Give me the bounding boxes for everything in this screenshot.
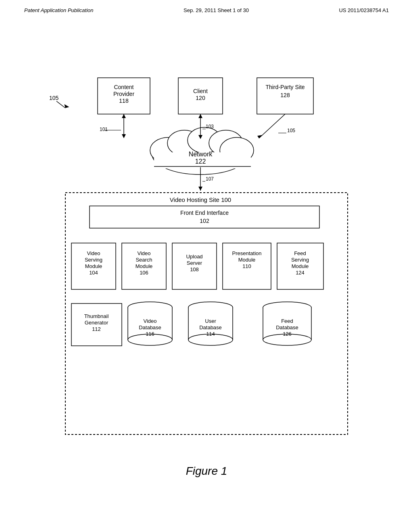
svg-text:Provider: Provider <box>113 91 134 97</box>
svg-marker-21 <box>198 114 202 118</box>
network-label: Network <box>189 151 213 158</box>
header-patent-number: US 2011/0238754 A1 <box>339 7 389 13</box>
feed-db-label: Feed <box>281 318 293 324</box>
svg-text:Database: Database <box>199 324 222 330</box>
svg-text:Server: Server <box>187 260 202 266</box>
svg-marker-28 <box>198 187 202 191</box>
label-105-top: 105 <box>49 95 59 101</box>
third-party-label: Third-Party Site <box>265 84 305 90</box>
page-header: Patent Application Publication Sep. 29, … <box>0 0 413 17</box>
svg-text:104: 104 <box>89 270 98 276</box>
figure-caption: Figure 1 <box>0 465 413 478</box>
svg-marker-18 <box>122 134 126 138</box>
header-date-sheet: Sep. 29, 2011 Sheet 1 of 30 <box>184 7 249 13</box>
svg-text:120: 120 <box>196 95 205 101</box>
content-provider-label: Content <box>114 84 133 90</box>
svg-text:110: 110 <box>242 263 251 269</box>
svg-text:116: 116 <box>146 331 154 337</box>
svg-text:Module: Module <box>136 263 153 269</box>
svg-text:108: 108 <box>190 266 199 272</box>
svg-line-24 <box>259 114 285 138</box>
user-db-label: User <box>205 318 216 324</box>
svg-text:Database: Database <box>276 324 298 330</box>
svg-text:128: 128 <box>280 92 290 98</box>
svg-text:112: 112 <box>92 326 101 332</box>
svg-text:Module: Module <box>238 257 256 263</box>
svg-text:126: 126 <box>283 331 292 337</box>
svg-marker-17 <box>122 114 126 118</box>
label-105b: 105 <box>287 128 295 133</box>
client-label: Client <box>193 88 208 94</box>
svg-text:Generator: Generator <box>85 320 108 326</box>
svg-text:Search: Search <box>136 257 152 263</box>
diagram-area: 105 Content Provider 118 Client 120 Thir… <box>0 17 413 461</box>
presentation-label: Presentation <box>232 250 262 256</box>
patent-diagram: 105 Content Provider 118 Client 120 Thir… <box>25 29 388 453</box>
vhs-label: Video Hosting Site 100 <box>170 196 231 203</box>
video-db-label: Video <box>143 318 156 324</box>
svg-text:118: 118 <box>119 98 129 104</box>
svg-text:124: 124 <box>296 270 305 276</box>
feed-serving-label: Feed <box>294 250 306 256</box>
svg-text:122: 122 <box>195 158 206 165</box>
svg-text:Module: Module <box>85 263 102 269</box>
svg-text:Database: Database <box>139 324 161 330</box>
upload-server-label: Upload <box>186 254 202 260</box>
svg-text:Serving: Serving <box>85 257 102 263</box>
svg-text:Serving: Serving <box>291 257 309 263</box>
label-107: 107 <box>206 176 214 182</box>
thumbnail-gen-label: Thumbnail <box>84 313 109 319</box>
svg-text:Module: Module <box>292 263 309 269</box>
front-end-label: Front End Interface <box>180 210 229 216</box>
svg-text:106: 106 <box>140 270 148 276</box>
header-publication-type: Patent Application Publication <box>24 7 94 13</box>
label-103: 103 <box>206 124 214 129</box>
video-search-label: Video <box>137 250 150 256</box>
svg-text:114: 114 <box>206 331 215 337</box>
label-101: 101 <box>100 127 108 132</box>
svg-line-0 <box>56 101 65 108</box>
svg-text:102: 102 <box>200 218 209 224</box>
video-serving-label: Video <box>87 250 100 256</box>
